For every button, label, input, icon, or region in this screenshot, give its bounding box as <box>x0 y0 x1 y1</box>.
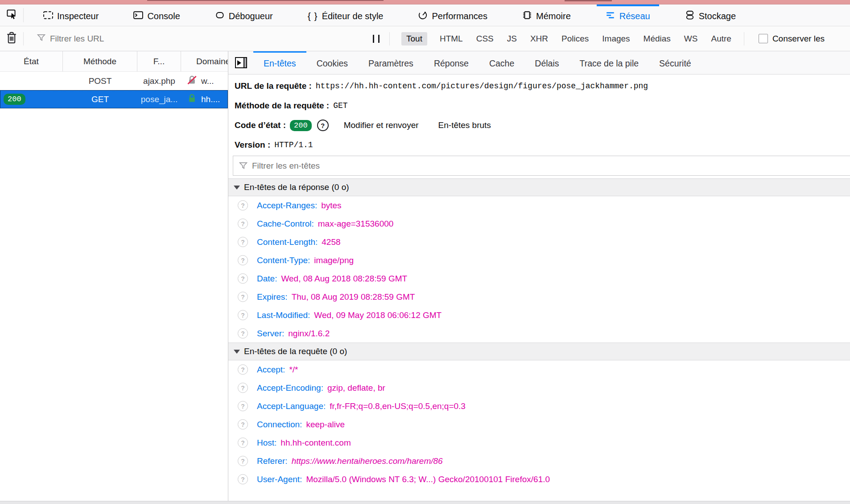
column-header-status[interactable]: État <box>0 51 63 71</box>
sidebar-toggle-button[interactable] <box>228 51 253 74</box>
header-name[interactable]: Cache-Control: <box>257 219 314 229</box>
header-name[interactable]: Date: <box>257 274 277 284</box>
header-name[interactable]: Content-Length: <box>257 237 318 247</box>
status-help-icon[interactable]: ? <box>317 120 329 131</box>
tab-storage[interactable]: Stockage <box>676 4 745 26</box>
column-header-domain[interactable]: Domaine <box>181 51 228 71</box>
header-name[interactable]: Expires: <box>257 292 288 302</box>
devtools-tab-strip: Inspecteur Console Débogueur { } Éditeur… <box>34 4 762 26</box>
help-icon[interactable]: ? <box>238 383 248 393</box>
details-tab[interactable]: Réponse <box>424 51 479 74</box>
tab-style-editor[interactable]: { } Éditeur de style <box>299 4 392 26</box>
help-icon[interactable]: ? <box>238 474 248 484</box>
column-header-method[interactable]: Méthode <box>63 51 137 71</box>
help-icon[interactable]: ? <box>238 219 248 229</box>
help-icon[interactable]: ? <box>238 364 248 375</box>
request-row-selected[interactable]: 200 GET pose_ja... hh.... <box>0 90 228 108</box>
header-name[interactable]: Accept: <box>257 365 285 375</box>
filter-pill[interactable]: WS <box>683 32 699 45</box>
header-value: hh.hh-content.com <box>281 438 351 448</box>
summary-version-row: Version : HTTP/1.1 <box>235 135 850 155</box>
response-header-row: ?Last-Modified:Wed, 09 May 2018 06:06:12… <box>228 306 850 324</box>
filter-pill[interactable]: Autre <box>710 32 732 45</box>
response-headers-section[interactable]: En-têtes de la réponse (0 o) <box>228 178 850 196</box>
filter-pill[interactable]: Images <box>601 32 631 45</box>
memory-icon <box>522 10 532 22</box>
version-label: Version : <box>235 140 270 150</box>
header-value: image/png <box>314 256 354 265</box>
response-header-row: ?Server:nginx/1.6.2 <box>228 324 850 343</box>
header-name[interactable]: User-Agent: <box>257 475 302 484</box>
tab-memory[interactable]: Mémoire <box>513 4 580 26</box>
tab-inspector[interactable]: Inspecteur <box>34 4 107 26</box>
column-header-file[interactable]: F... <box>137 51 181 71</box>
request-url-value: https://hh.hh-content.com/pictures/desig… <box>316 82 648 91</box>
url-filter <box>37 34 305 44</box>
pick-element-button[interactable] <box>0 4 23 26</box>
status-label: Code d’état : <box>235 120 286 130</box>
header-name[interactable]: Referer: <box>257 456 288 466</box>
tab-network[interactable]: Réseau <box>597 4 659 26</box>
help-icon[interactable]: ? <box>238 292 248 302</box>
details-tab[interactable]: Paramètres <box>358 51 424 74</box>
persist-logs-checkbox[interactable] <box>759 34 768 43</box>
pick-element-icon <box>7 9 17 21</box>
help-icon[interactable]: ? <box>238 273 248 284</box>
raw-headers-button[interactable]: En-têtes bruts <box>438 120 491 130</box>
headers-filter-input[interactable] <box>233 156 850 175</box>
clear-requests-button[interactable] <box>6 32 17 45</box>
tab-console[interactable]: Console <box>124 4 189 26</box>
help-icon[interactable]: ? <box>238 237 248 247</box>
request-headers-section[interactable]: En-têtes de la requête (0 o) <box>228 343 850 360</box>
help-icon[interactable]: ? <box>238 310 248 320</box>
request-row[interactable]: POST ajax.php w... <box>0 72 228 90</box>
header-name[interactable]: Host: <box>257 438 276 448</box>
console-icon <box>133 11 143 21</box>
help-icon[interactable]: ? <box>238 419 248 430</box>
header-name[interactable]: Connection: <box>257 420 302 430</box>
help-icon[interactable]: ? <box>238 328 248 339</box>
request-summary: URL de la requête : https://hh.hh-conten… <box>228 74 850 155</box>
url-filter-input[interactable] <box>50 34 305 44</box>
pause-icon[interactable] <box>373 35 380 43</box>
filter-pill[interactable]: Médias <box>643 32 672 45</box>
filter-pill[interactable]: XHR <box>529 32 549 45</box>
filter-pill[interactable]: JS <box>506 32 518 45</box>
header-name[interactable]: Accept-Ranges: <box>257 201 317 211</box>
filter-pills: ToutHTMLCSSJSXHRPolicesImagesMédiasWSAut… <box>401 32 732 45</box>
details-tab[interactable]: Cache <box>479 51 524 74</box>
details-tab[interactable]: Délais <box>524 51 569 74</box>
header-name[interactable]: Last-Modified: <box>257 310 310 320</box>
details-tab[interactable]: Cookies <box>306 51 358 74</box>
request-method-value: GET <box>333 101 347 110</box>
help-icon[interactable]: ? <box>238 200 248 211</box>
tab-debugger[interactable]: Débogueur <box>206 4 282 26</box>
help-icon[interactable]: ? <box>238 255 248 265</box>
header-name[interactable]: Content-Type: <box>257 256 310 265</box>
response-header-row: ?Content-Type:image/png <box>228 251 850 269</box>
filter-pill[interactable]: Tout <box>401 32 427 45</box>
http-version-value: HTTP/1.1 <box>274 140 313 149</box>
filter-pill[interactable]: CSS <box>475 32 495 45</box>
tab-label: Éditeur de style <box>322 11 384 21</box>
sidebar-toggle-icon <box>235 57 247 68</box>
help-icon[interactable]: ? <box>238 401 248 411</box>
tab-performance[interactable]: Performances <box>409 4 496 26</box>
help-icon[interactable]: ? <box>238 438 248 448</box>
tab-label: Inspecteur <box>57 11 99 21</box>
help-icon[interactable]: ? <box>238 456 248 466</box>
header-name[interactable]: Server: <box>257 329 284 339</box>
header-name[interactable]: Accept-Language: <box>257 401 326 411</box>
header-value: max-age=31536000 <box>318 219 394 229</box>
header-value: nginx/1.6.2 <box>288 329 330 339</box>
collapse-triangle-icon <box>234 186 240 190</box>
details-tab[interactable]: Trace de la pile <box>569 51 649 74</box>
tab-label: Mémoire <box>536 11 571 21</box>
header-name[interactable]: Accept-Encoding: <box>257 383 323 393</box>
details-tab[interactable]: En-têtes <box>253 51 306 74</box>
edit-resend-button[interactable]: Modifier et renvoyer <box>344 120 419 130</box>
filter-pill[interactable]: HTML <box>439 32 464 45</box>
details-tab[interactable]: Sécurité <box>649 51 701 74</box>
filter-pill[interactable]: Polices <box>561 32 590 45</box>
request-status-cell: 200 <box>0 94 63 105</box>
